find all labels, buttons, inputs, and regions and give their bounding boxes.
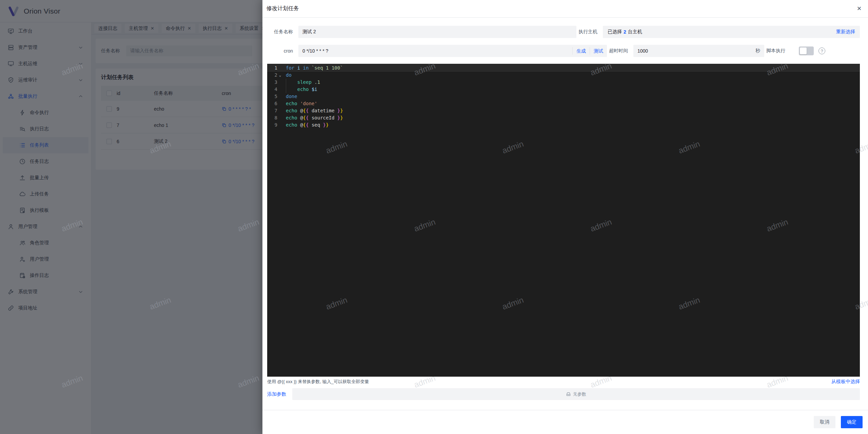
code-text: echo $i (283, 86, 317, 93)
edit-task-drawer: 修改计划任务 ✕ 任务名称 测试 2 执行主机 已选择 2 台主机 重新选择 c… (262, 0, 868, 434)
code-line: 8echo @{{ sourceId }} (267, 114, 860, 121)
code-text: done (283, 93, 297, 100)
fold-gutter (277, 86, 283, 93)
drawer-header: 修改计划任务 ✕ (262, 0, 868, 18)
hint-row: 使用 @{{ xxx }} 来替换参数, 输入_可以获取全部变量 从模板中选择 (267, 378, 860, 385)
host-selector[interactable]: 已选择 2 台主机 重新选择 (603, 26, 860, 38)
no-param-box: 无参数 (292, 388, 860, 400)
footer-divider (262, 410, 868, 410)
script-code-editor[interactable]: 1for i in `seq 1 100`2⌄do3 sleep .14 ech… (267, 64, 860, 377)
line-number: 8 (267, 114, 277, 121)
line-number: 7 (267, 107, 277, 114)
line-number: 1 (267, 64, 277, 72)
cron-field: 0 */10 * * * ? 生成 测试 (298, 45, 607, 57)
cron-actions: 生成 测试 (572, 45, 607, 57)
code-line: 2⌄do (267, 72, 860, 79)
add-param-link[interactable]: 添加参数 (267, 391, 286, 397)
cron-input[interactable]: 0 */10 * * * ? (298, 48, 572, 54)
fold-gutter (277, 64, 283, 72)
hosts-label: 执行主机 (578, 29, 597, 35)
code-text: echo @{{ seq }} (283, 121, 329, 129)
close-icon[interactable]: ✕ (856, 5, 863, 12)
choose-from-template-link[interactable]: 从模板中选择 (831, 379, 860, 385)
task-name-label: 任务名称 (267, 29, 293, 35)
fold-gutter (277, 93, 283, 100)
script-exec-toggle[interactable] (799, 46, 814, 55)
form-row-2: cron 0 */10 * * * ? 生成 测试 超时时间 1000 秒 脚本… (267, 45, 860, 57)
line-number: 3 (267, 79, 277, 86)
task-name-input[interactable]: 测试 2 (298, 26, 576, 38)
form-row-1: 任务名称 测试 2 执行主机 已选择 2 台主机 重新选择 (267, 26, 860, 38)
fold-gutter (277, 100, 283, 107)
line-number: 4 (267, 86, 277, 93)
timeout-unit: 秒 (755, 48, 760, 54)
code-line: 4 echo $i (267, 86, 860, 93)
code-line: 7echo @{{ datetime }} (267, 107, 860, 114)
code-text: echo @{{ datetime }} (283, 107, 343, 114)
fold-gutter (277, 79, 283, 86)
code-line: 9echo @{{ seq }} (267, 121, 860, 129)
help-icon[interactable]: ? (818, 48, 825, 54)
fold-gutter (277, 114, 283, 121)
code-text: for i in `seq 1 100` (283, 64, 343, 72)
line-number: 5 (267, 93, 277, 100)
param-hint-text: 使用 @{{ xxx }} 来替换参数, 输入_可以获取全部变量 (267, 379, 369, 385)
line-number: 9 (267, 121, 277, 129)
param-row: 添加参数 无参数 (267, 388, 860, 400)
fold-gutter (277, 107, 283, 114)
fold-chevron-icon[interactable]: ⌄ (277, 72, 283, 79)
drawer-footer: 取消 确定 (814, 416, 863, 428)
code-text: echo @{{ sourceId }} (283, 114, 343, 121)
cron-generate-link[interactable]: 生成 (572, 47, 590, 55)
cron-label: cron (267, 48, 293, 54)
code-text: do (283, 72, 292, 79)
empty-box-icon (566, 392, 571, 397)
drawer-title: 修改计划任务 (267, 5, 299, 12)
host-count: 2 (624, 29, 626, 35)
confirm-button[interactable]: 确定 (841, 416, 863, 428)
code-line: 1for i in `seq 1 100` (267, 64, 860, 72)
line-number: 2 (267, 72, 277, 79)
toggle-knob (800, 48, 807, 54)
code-line: 3 sleep .1 (267, 79, 860, 86)
line-number: 6 (267, 100, 277, 107)
code-text: echo 'done' (283, 100, 317, 107)
timeout-label: 超时时间 (608, 48, 628, 54)
fold-gutter (277, 121, 283, 129)
code-line: 6echo 'done' (267, 100, 860, 107)
cron-test-link[interactable]: 测试 (590, 47, 607, 55)
script-exec-label: 脚本执行 (766, 48, 785, 54)
code-text: sleep .1 (283, 79, 320, 86)
reselect-hosts-link[interactable]: 重新选择 (836, 29, 855, 35)
cancel-button[interactable]: 取消 (814, 416, 835, 428)
code-line: 5done (267, 93, 860, 100)
timeout-input[interactable]: 1000 秒 (633, 45, 764, 57)
